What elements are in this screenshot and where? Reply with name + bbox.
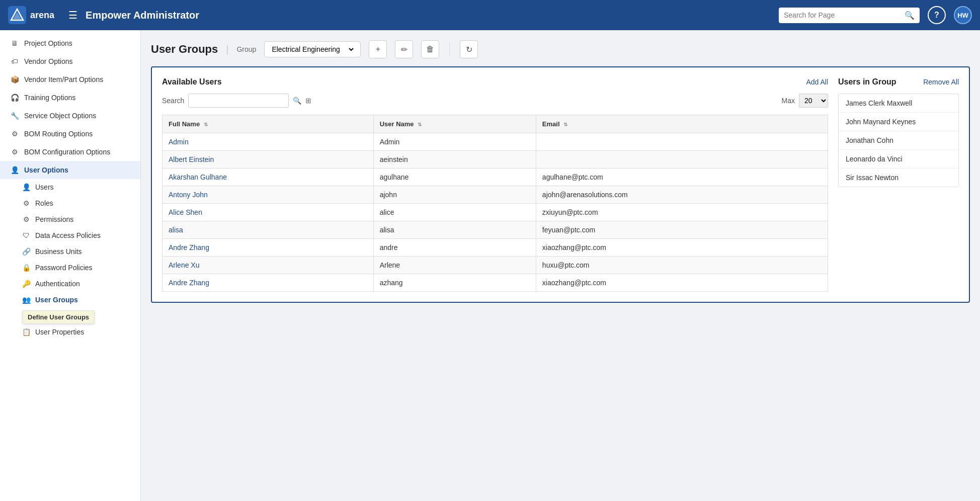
authentication-icon: 🔑 (22, 280, 30, 288)
sidebar-item-label: BOM Configuration Options (24, 148, 110, 156)
sort-icon: ⇅ (563, 122, 567, 127)
main-content: User Groups | Group Electrical Engineeri… (141, 30, 980, 501)
user-full-name[interactable]: Andre Zhang (162, 274, 374, 292)
user-full-name[interactable]: Arlene Xu (162, 257, 374, 274)
col-user-name[interactable]: User Name ⇅ (373, 115, 536, 133)
user-full-name[interactable]: alisa (162, 221, 374, 239)
search-bar-row: Search 🔍 ⊞ Max 20 50 100 (162, 94, 828, 108)
search-icon: 🔍 (905, 11, 915, 20)
table-row: Andre Zhang azhang xiaozhang@ptc.com (162, 274, 828, 292)
sidebar-sub-item-data-access-policies[interactable]: 🛡 Data Access Policies (0, 227, 140, 243)
col-full-name[interactable]: Full Name ⇅ (162, 115, 374, 133)
project-options-icon: 🖥 (10, 39, 19, 47)
add-group-button[interactable]: + (369, 40, 387, 58)
sidebar-sub-item-users[interactable]: 👤 Users (0, 179, 140, 195)
sidebar-sub-item-label: User Properties (35, 328, 84, 336)
search-input[interactable] (784, 11, 902, 19)
sidebar-sub-item-roles[interactable]: ⚙ Roles (0, 195, 140, 211)
password-policies-icon: 🔒 (22, 264, 30, 272)
group-select[interactable]: Electrical Engineering Mechanical Engine… (264, 41, 361, 57)
sidebar-item-label: Project Options (24, 39, 72, 47)
bom-config-icon: ⚙ (10, 148, 19, 156)
sidebar-item-bom-routing-options[interactable]: ⚙ BOM Routing Options (0, 125, 140, 143)
user-email: xiaozhang@ptc.com (536, 274, 828, 292)
service-object-icon: 🔧 (10, 112, 19, 120)
user-full-name[interactable]: Andre Zhang (162, 239, 374, 257)
available-users-header: Available Users Add All (162, 77, 828, 87)
group-user-item[interactable]: Sir Issac Newton (839, 169, 958, 187)
data-access-icon: 🛡 (22, 231, 30, 239)
user-full-name[interactable]: Antony John (162, 186, 374, 204)
sidebar-item-training-options[interactable]: 🎧 Training Options (0, 89, 140, 107)
group-user-item[interactable]: James Clerk Maxwell (839, 94, 958, 113)
table-row: Admin Admin (162, 133, 828, 151)
max-label: Max (782, 97, 795, 105)
user-full-name[interactable]: Akarshan Gulhane (162, 169, 374, 186)
available-users-panel: Available Users Add All Search 🔍 ⊞ Max 2… (162, 77, 828, 292)
user-full-name[interactable]: Alice Shen (162, 204, 374, 221)
vendor-item-icon: 📦 (10, 75, 19, 84)
user-username: alisa (373, 221, 536, 239)
sidebar-item-vendor-options[interactable]: 🏷 Vendor Options (0, 52, 140, 70)
max-select[interactable]: 20 50 100 (799, 94, 828, 108)
add-all-button[interactable]: Add All (806, 78, 828, 86)
sidebar-sub-item-business-units[interactable]: 🔗 Business Units (0, 243, 140, 260)
logo-text: arena (30, 10, 54, 21)
delete-group-button[interactable]: 🗑 (421, 40, 439, 58)
sidebar-sub-item-label: Data Access Policies (35, 231, 101, 239)
user-full-name[interactable]: Albert Einstein (162, 151, 374, 169)
business-units-icon: 🔗 (22, 247, 30, 256)
user-search-input[interactable] (188, 94, 289, 108)
sidebar-item-label: BOM Routing Options (24, 130, 93, 138)
users-in-group-panel: Users in Group Remove All James Clerk Ma… (838, 77, 959, 292)
user-full-name[interactable]: Admin (162, 133, 374, 151)
avatar[interactable]: HW (954, 6, 972, 24)
vendor-options-icon: 🏷 (10, 57, 19, 65)
training-icon: 🎧 (10, 94, 19, 102)
sidebar-item-vendor-item-part-options[interactable]: 📦 Vendor Item/Part Options (0, 70, 140, 89)
header: arena ☰ Empower Administrator 🔍 ? HW (0, 0, 980, 30)
user-email: xiaozhang@ptc.com (536, 239, 828, 257)
user-username: aeinstein (373, 151, 536, 169)
sidebar-sub-item-authentication[interactable]: 🔑 Authentication (0, 276, 140, 292)
user-email (536, 151, 828, 169)
filter-icon[interactable]: ⊞ (305, 97, 311, 105)
help-button[interactable]: ? (928, 6, 946, 24)
edit-group-button[interactable]: ✏ (395, 40, 413, 58)
sort-icon: ⇅ (204, 122, 208, 127)
user-properties-icon: 📋 (22, 328, 30, 336)
search-icon[interactable]: 🔍 (293, 97, 301, 105)
content-card: Available Users Add All Search 🔍 ⊞ Max 2… (151, 66, 970, 303)
sidebar-item-project-options[interactable]: 🖥 Project Options (0, 34, 140, 52)
user-email: huxu@ptc.com (536, 257, 828, 274)
refresh-button[interactable]: ↻ (460, 40, 478, 58)
page-title: User Groups (151, 43, 218, 56)
table-row: Alice Shen alice zxiuyun@ptc.com (162, 204, 828, 221)
sidebar-sub-item-permissions[interactable]: ⚙ Permissions (0, 211, 140, 227)
search-label: Search (162, 97, 184, 105)
users-in-group-title: Users in Group (838, 77, 896, 87)
group-user-item[interactable]: Jonathan Cohn (839, 131, 958, 150)
table-row: Andre Zhang andre xiaozhang@ptc.com (162, 239, 828, 257)
table-row: Antony John ajohn ajohn@arenasolutions.c… (162, 186, 828, 204)
table-row: Arlene Xu Arlene huxu@ptc.com (162, 257, 828, 274)
menu-icon[interactable]: ☰ (68, 9, 77, 21)
sidebar-sub-item-user-groups[interactable]: 👥 User Groups Define User Groups (0, 292, 140, 308)
sidebar-item-user-options[interactable]: 👤 User Options (0, 161, 140, 179)
sidebar-item-bom-configuration-options[interactable]: ⚙ BOM Configuration Options (0, 143, 140, 161)
remove-all-button[interactable]: Remove All (923, 78, 959, 86)
permissions-icon: ⚙ (22, 215, 30, 223)
sidebar-sub-item-label: Business Units (35, 247, 82, 256)
sidebar-item-label: Vendor Item/Part Options (24, 75, 103, 84)
sidebar-sub-item-user-properties[interactable]: 📋 User Properties (0, 324, 140, 340)
group-user-item[interactable]: Leonardo da Vinci (839, 150, 958, 169)
sidebar-item-service-object-options[interactable]: 🔧 Service Object Options (0, 107, 140, 125)
group-dropdown[interactable]: Electrical Engineering Mechanical Engine… (270, 45, 355, 54)
group-user-item[interactable]: John Maynard Keynes (839, 113, 958, 131)
table-row: Akarshan Gulhane agulhane agulhane@ptc.c… (162, 169, 828, 186)
user-email (536, 133, 828, 151)
users-table: Full Name ⇅ User Name ⇅ Email ⇅ (162, 115, 828, 292)
col-email[interactable]: Email ⇅ (536, 115, 828, 133)
sidebar-sub-item-password-policies[interactable]: 🔒 Password Policies (0, 260, 140, 276)
user-username: Arlene (373, 257, 536, 274)
